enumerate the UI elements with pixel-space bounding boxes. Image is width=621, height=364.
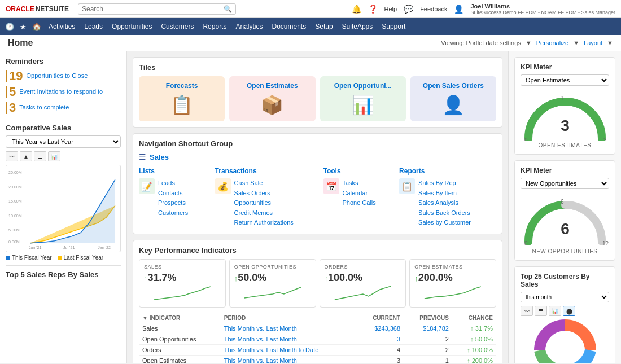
link-opportunities[interactable]: Opportunities bbox=[234, 198, 294, 208]
tile-estimates-label: Open Estimates bbox=[247, 82, 298, 90]
reminder-label-3[interactable]: Tasks to complete bbox=[19, 104, 69, 111]
layout-link[interactable]: Layout bbox=[584, 40, 602, 46]
svg-text:3: 3 bbox=[561, 117, 570, 134]
nav-item-activities[interactable]: Activities bbox=[44, 20, 80, 33]
link-phone-calls[interactable]: Phone Calls bbox=[343, 198, 376, 208]
comparative-sales-dropdown[interactable]: This Year vs Last Year bbox=[6, 135, 121, 148]
reminder-label-2[interactable]: Event Invitations to respond to bbox=[19, 88, 103, 95]
top25-list-icon[interactable]: ≣ bbox=[535, 306, 547, 316]
nav-shortcut-group-name[interactable]: Sales bbox=[150, 153, 169, 161]
nav-shortcut-section: Navigation Shortcut Group ☰ Sales Lists … bbox=[133, 133, 502, 234]
tile-forecasts[interactable]: Forecasts 📋 bbox=[139, 76, 225, 121]
kpi-th-period: PERIOD bbox=[221, 313, 357, 323]
chart-type-icons: 〰 ▲ ≣ 📊 bbox=[6, 151, 121, 161]
help-icon[interactable]: ❓ bbox=[368, 5, 378, 14]
help-label[interactable]: Help bbox=[384, 6, 397, 12]
logo-oracle: ORACLE bbox=[6, 5, 34, 13]
link-credit-memos[interactable]: Credit Memos bbox=[234, 208, 294, 218]
reminder-label-1[interactable]: Opportunities to Close bbox=[26, 72, 88, 79]
kpi-card-estimates-value: ↑200.0% bbox=[414, 272, 491, 284]
top25-bar-icon[interactable]: 📊 bbox=[549, 306, 561, 316]
personalize-link[interactable]: Personalize bbox=[536, 40, 568, 46]
kpi-current-estimates: 3 bbox=[357, 355, 404, 363]
user-name: Joel Williams bbox=[470, 3, 510, 10]
nav-item-suiteapps[interactable]: SuiteApps bbox=[338, 20, 378, 33]
link-return-auth[interactable]: Return Authorizations bbox=[234, 218, 294, 228]
nav-home-icon[interactable]: 🏠 bbox=[29, 21, 44, 32]
kpi-period-orders[interactable]: This Month vs. Last Month to Date bbox=[221, 344, 357, 355]
gauge-1-svg: 0 1 3 3 bbox=[520, 90, 610, 141]
reminder-number-1: 19 bbox=[6, 70, 23, 82]
nav-item-support[interactable]: Support bbox=[377, 20, 410, 33]
tools-links: Tasks Calendar Phone Calls bbox=[343, 178, 376, 208]
kpi-previous-open-opps: 2 bbox=[404, 334, 452, 344]
kpi-card-sales: SALES ↑31.7% bbox=[139, 259, 226, 308]
link-sales-back-orders[interactable]: Sales Back Orders bbox=[418, 208, 471, 218]
user-icon: 👤 bbox=[454, 5, 463, 14]
reminders-title: Reminders bbox=[6, 57, 121, 65]
top25-chart-icons: 〰 ≣ 📊 ⬤ bbox=[521, 306, 609, 316]
search-input[interactable] bbox=[82, 5, 224, 13]
alerts-icon[interactable]: 🔔 bbox=[352, 5, 361, 14]
reminders-section: Reminders 19 Opportunities to Close 5 Ev… bbox=[6, 57, 121, 114]
top25-line-icon[interactable]: 〰 bbox=[521, 306, 533, 316]
tile-open-estimates[interactable]: Open Estimates 📦 bbox=[229, 76, 315, 121]
feedback-label[interactable]: Feedback bbox=[420, 6, 447, 12]
kpi-meter-2-select[interactable]: New Opportunities Open Estimates Sales bbox=[521, 178, 609, 189]
shortcut-group-reports: Reports 📋 Sales By Rep Sales By Item Sal… bbox=[399, 167, 496, 228]
kpi-current-open-opps: 3 bbox=[357, 334, 404, 344]
nav-item-setup[interactable]: Setup bbox=[310, 20, 337, 33]
line-chart-icon[interactable]: 〰 bbox=[6, 151, 18, 161]
tile-estimates-icon: 📦 bbox=[261, 94, 283, 116]
kpi-previous-orders: 2 bbox=[404, 344, 452, 355]
top25-header: Top 25 Customers By Sales bbox=[521, 273, 609, 288]
kpi-row-orders: Orders This Month vs. Last Month to Date… bbox=[139, 344, 496, 355]
link-leads[interactable]: Leads bbox=[158, 178, 188, 188]
link-sales-orders[interactable]: Sales Orders bbox=[234, 188, 294, 199]
link-contacts[interactable]: Contacts bbox=[158, 188, 188, 199]
nav-history-icon[interactable]: 🕐 bbox=[2, 21, 17, 32]
area-chart-icon[interactable]: ▲ bbox=[20, 151, 32, 161]
kpi-period-open-opps[interactable]: This Month vs. Last Month bbox=[221, 334, 357, 344]
nav-item-documents[interactable]: Documents bbox=[268, 20, 311, 33]
tile-forecasts-icon: 📋 bbox=[170, 94, 193, 116]
nav-star-icon[interactable]: ★ bbox=[17, 21, 29, 32]
kpi-row-sales: Sales This Month vs. Last Month $243,368… bbox=[139, 323, 496, 334]
link-sales-by-rep[interactable]: Sales By Rep bbox=[418, 178, 471, 188]
link-tasks[interactable]: Tasks bbox=[343, 178, 376, 188]
top25-donut-icon[interactable]: ⬤ bbox=[563, 306, 575, 316]
kpi-period-estimates[interactable]: This Month vs. Last Month bbox=[221, 355, 357, 363]
column-chart-icon[interactable]: 📊 bbox=[48, 151, 60, 161]
link-sales-by-customer[interactable]: Sales by Customer bbox=[418, 218, 471, 228]
link-customers[interactable]: Customers bbox=[158, 208, 188, 218]
link-cash-sale[interactable]: Cash Sale bbox=[234, 178, 294, 188]
link-prospects[interactable]: Prospects bbox=[158, 198, 188, 208]
kpi-card-sales-label: SALES bbox=[144, 264, 221, 270]
gauge-2-label: NEW OPPORTUNITIES bbox=[532, 248, 597, 255]
top25-select[interactable]: this month last month this quarter bbox=[521, 292, 609, 302]
nav-item-analytics[interactable]: Analytics bbox=[231, 20, 267, 33]
gauge-2-container: 0 6 12 6 NEW OPPORTUNITIES bbox=[521, 194, 609, 255]
shortcut-group-transactions-title: Transactions bbox=[215, 167, 312, 175]
kpi-period-sales[interactable]: This Month vs. Last Month bbox=[221, 323, 357, 334]
link-calendar[interactable]: Calendar bbox=[343, 188, 376, 199]
reminder-item-3: 3 Tasks to complete bbox=[6, 102, 121, 114]
search-icon[interactable]: 🔍 bbox=[224, 5, 232, 13]
nav-item-reports[interactable]: Reports bbox=[198, 20, 231, 33]
kpi-meter-1-select[interactable]: Open Estimates New Opportunities Sales bbox=[521, 74, 609, 86]
legend-last-year: Last Fiscal Year bbox=[58, 255, 104, 261]
link-sales-analysis[interactable]: Sales Analysis bbox=[418, 198, 471, 208]
tile-open-opps[interactable]: Open Opportuni... 📊 bbox=[320, 76, 406, 121]
link-sales-by-item[interactable]: Sales By Item bbox=[418, 188, 471, 199]
nav-item-customers[interactable]: Customers bbox=[156, 20, 198, 33]
lists-icon: 📝 bbox=[139, 178, 155, 194]
bar-chart-icon[interactable]: ≣ bbox=[34, 151, 46, 161]
kpi-card-open-opps-value: ↑50.0% bbox=[234, 272, 311, 284]
kpi-th-indicator[interactable]: ▼ INDICATOR bbox=[139, 313, 221, 323]
kpi-mini-chart-orders bbox=[325, 284, 401, 301]
tile-open-sales-orders[interactable]: Open Sales Orders 👤 bbox=[410, 76, 496, 121]
feedback-icon[interactable]: 💬 bbox=[404, 5, 413, 14]
nav-item-opportunities[interactable]: Opportunities bbox=[107, 20, 156, 33]
nav-item-leads[interactable]: Leads bbox=[80, 20, 107, 33]
tile-sales-orders-label: Open Sales Orders bbox=[423, 82, 484, 90]
